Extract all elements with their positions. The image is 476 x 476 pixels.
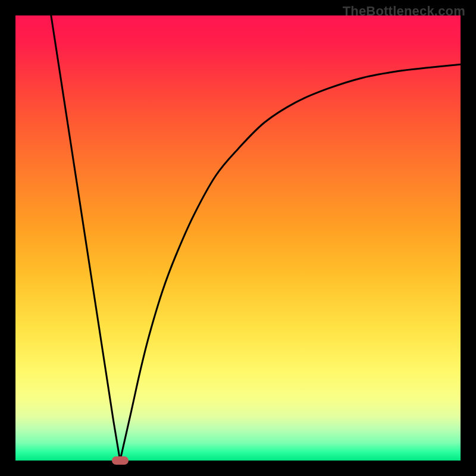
- minimum-marker: [112, 456, 129, 465]
- chart-frame: TheBottleneck.com: [0, 0, 476, 476]
- plot-area: [15, 15, 461, 461]
- right-branch-path: [120, 64, 461, 461]
- curve-svg: [15, 15, 461, 461]
- left-branch-path: [51, 15, 120, 461]
